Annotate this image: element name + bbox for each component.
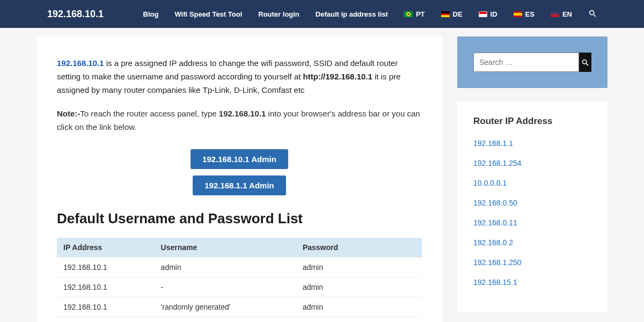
- lang-id[interactable]: ID: [479, 10, 497, 18]
- main-content: 192.168.10.1 is a pre assigned IP addres…: [36, 36, 442, 322]
- col-user: Username: [155, 238, 296, 258]
- note-label: Note:-: [57, 109, 80, 118]
- flag-us-icon: [551, 11, 559, 17]
- router-ip-widget: Router IP Address 192.168.1.1192.168.1.2…: [457, 101, 608, 312]
- router-ip-link[interactable]: 192.168.0.11: [473, 218, 517, 227]
- list-item: 192.168.1.1: [473, 138, 591, 148]
- search-widget: [457, 36, 608, 88]
- note-paragraph: Note:-To reach the router access panel, …: [57, 107, 422, 134]
- admin-button-10-1[interactable]: 192.168.10.1 Admin: [191, 149, 288, 169]
- col-pass: Password: [296, 238, 422, 258]
- flag-br-icon: [404, 11, 413, 17]
- router-ip-link[interactable]: 192.168.1.250: [473, 258, 522, 267]
- page-body: 192.168.10.1 is a pre assigned IP addres…: [0, 28, 644, 322]
- svg-point-0: [590, 10, 594, 14]
- lang-pt[interactable]: PT: [404, 10, 425, 18]
- table-row: 192.168.10.1-admin: [57, 277, 422, 297]
- table-row: 192.168.10.1adminadmin: [57, 257, 422, 277]
- top-nav: 192.168.10.1 Blog Wifi Speed Test Tool R…: [0, 0, 644, 28]
- list-item: 192.168.1.250: [473, 258, 591, 267]
- admin-buttons: 192.168.10.1 Admin 192.168.1.1 Admin: [57, 149, 422, 195]
- search-icon[interactable]: [588, 9, 597, 19]
- list-item: 192.168.15.1: [473, 277, 591, 287]
- lang-es[interactable]: ES: [514, 10, 535, 18]
- table-cell: admin: [296, 297, 422, 317]
- lang-de[interactable]: DE: [441, 10, 463, 18]
- nav-ip-list[interactable]: Default ip address list: [316, 10, 388, 18]
- flag-de-icon: [441, 11, 450, 17]
- router-ip-link[interactable]: 192.168.1.254: [473, 159, 522, 167]
- router-ip-link[interactable]: 192.168.0.2: [473, 238, 513, 247]
- widget-title: Router IP Address: [473, 116, 591, 127]
- svg-line-3: [586, 63, 588, 65]
- flag-es-icon: [514, 11, 522, 17]
- intro-paragraph: 192.168.10.1 is a pre assigned IP addres…: [57, 57, 422, 97]
- table-cell: 192.168.10.1: [57, 257, 155, 277]
- router-ip-link[interactable]: 192.168.1.1: [473, 139, 513, 148]
- nav-router-login[interactable]: Router login: [258, 10, 299, 18]
- search-input[interactable]: [473, 53, 579, 72]
- intro-bold-url: http://192.168.10.1: [303, 72, 372, 81]
- table-row: 192.168.10.1admin-: [57, 317, 422, 322]
- primary-nav: Blog Wifi Speed Test Tool Router login D…: [143, 9, 597, 19]
- router-ip-link[interactable]: 192.168.15.1: [473, 278, 517, 287]
- nav-speed-test[interactable]: Wifi Speed Test Tool: [174, 10, 242, 18]
- list-item: 10.0.0.0.1: [473, 178, 591, 187]
- intro-ip-link[interactable]: 192.168.10.1: [57, 58, 104, 68]
- svg-point-2: [583, 60, 587, 64]
- list-item: 192.168.0.2: [473, 238, 591, 247]
- table-cell: admin: [155, 257, 296, 277]
- table-cell: -: [296, 317, 422, 322]
- section-title: Default Username and Password List: [57, 210, 422, 227]
- list-item: 192.168.0.50: [473, 198, 591, 207]
- table-cell: -: [155, 277, 296, 297]
- router-ip-link[interactable]: 192.168.0.50: [473, 199, 517, 207]
- flag-id-icon: [479, 11, 487, 17]
- list-item: 192.168.0.11: [473, 218, 591, 227]
- list-item: 192.168.1.254: [473, 158, 591, 167]
- table-cell: 192.168.10.1: [57, 317, 155, 322]
- table-cell: admin: [155, 317, 296, 322]
- router-ip-list: 192.168.1.1192.168.1.25410.0.0.0.1192.16…: [473, 138, 591, 287]
- magnifier-icon: [581, 58, 589, 67]
- search-button[interactable]: [579, 53, 591, 72]
- table-cell: admin: [296, 277, 422, 297]
- table-cell: admin: [296, 257, 422, 277]
- table-cell: 192.168.10.1: [57, 297, 155, 317]
- credentials-table: IP Address Username Password 192.168.10.…: [57, 238, 422, 322]
- brand-title[interactable]: 192.168.10.1: [47, 9, 104, 20]
- router-ip-link[interactable]: 10.0.0.0.1: [473, 179, 507, 187]
- admin-button-1-1[interactable]: 192.168.1.1 Admin: [193, 175, 286, 195]
- table-cell: 192.168.10.1: [57, 277, 155, 297]
- lang-en[interactable]: EN: [551, 10, 572, 18]
- sidebar: Router IP Address 192.168.1.1192.168.1.2…: [457, 36, 608, 312]
- table-cell: 'randomly generated': [155, 297, 296, 317]
- nav-blog[interactable]: Blog: [143, 10, 159, 18]
- note-bold-ip: 192.168.10.1: [219, 109, 266, 118]
- table-row: 192.168.10.1'randomly generated'admin: [57, 297, 422, 317]
- col-ip: IP Address: [57, 238, 155, 258]
- svg-line-1: [594, 14, 596, 17]
